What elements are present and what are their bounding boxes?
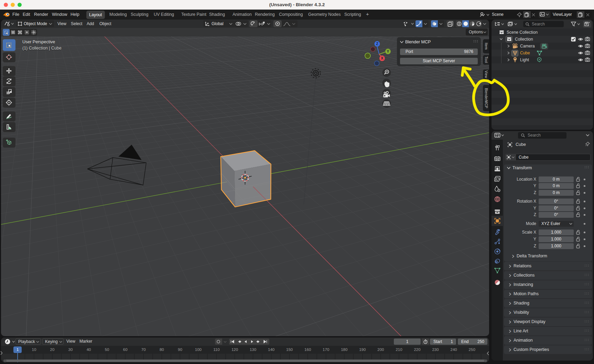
svg-text:Y: Y	[387, 49, 389, 53]
svg-text:X: X	[381, 56, 384, 60]
svg-text:Z: Z	[376, 42, 378, 46]
